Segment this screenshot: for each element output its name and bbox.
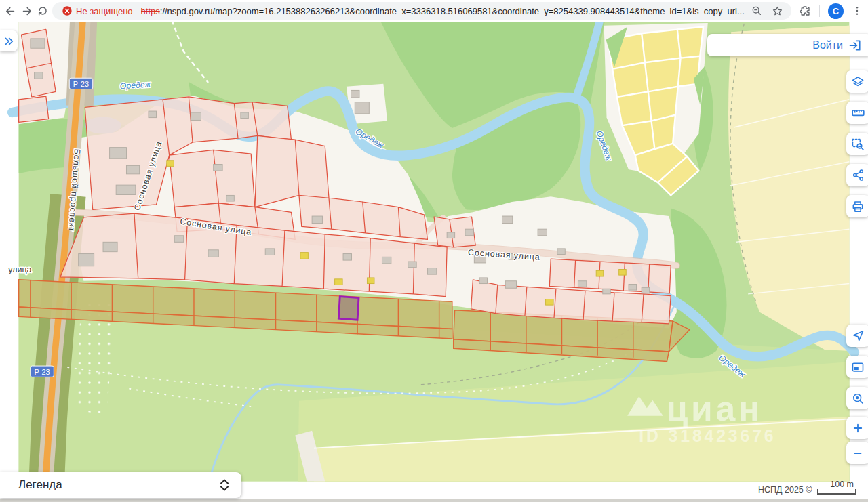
address-bar[interactable]: Не защищено https://nspd.gov.ru/map?zoom… bbox=[52, 2, 791, 20]
bottom-edge-strip bbox=[0, 499, 868, 502]
menu-kebab-icon[interactable] bbox=[852, 5, 863, 16]
area-select-button[interactable] bbox=[846, 133, 868, 155]
svg-text:Р-23: Р-23 bbox=[34, 368, 50, 376]
street-ulitsa-label: улица bbox=[8, 265, 31, 274]
share-icon bbox=[852, 169, 865, 182]
search-location-button[interactable] bbox=[846, 387, 868, 409]
reload-icon[interactable] bbox=[35, 3, 50, 18]
selected-parcel[interactable] bbox=[338, 297, 359, 320]
double-chevron-right-icon bbox=[3, 36, 15, 47]
ruler-icon bbox=[851, 106, 865, 120]
browser-toolbar: Не защищено https://nspd.gov.ru/map?zoom… bbox=[0, 0, 868, 22]
road-badge-p23-bottom: Р-23 bbox=[31, 366, 54, 377]
watermark-brand: циан bbox=[667, 389, 764, 428]
scale-bar: 100 m bbox=[817, 480, 856, 495]
measure-button[interactable] bbox=[846, 102, 868, 124]
locate-button[interactable] bbox=[846, 325, 868, 347]
map-attribution: НСПД 2025 © bbox=[758, 485, 812, 495]
url-rest: ://nspd.gov.ru/map?zoom=16.2153882632662… bbox=[160, 6, 745, 16]
extensions-icon[interactable] bbox=[799, 5, 811, 17]
page-zoom-icon[interactable] bbox=[751, 5, 762, 16]
minimap-button[interactable] bbox=[846, 356, 868, 378]
expand-panel-button[interactable] bbox=[0, 30, 18, 51]
error-icon bbox=[62, 5, 73, 16]
security-badge[interactable]: Не защищено bbox=[62, 5, 133, 16]
legend-bar[interactable]: Легенда bbox=[0, 472, 241, 498]
scale-label: 100 m bbox=[817, 480, 856, 489]
layers-button[interactable] bbox=[846, 70, 868, 93]
url-text: https://nspd.gov.ru/map?zoom=16.21538826… bbox=[141, 6, 751, 16]
scale-line bbox=[817, 489, 856, 495]
url-protocol: https bbox=[141, 6, 160, 16]
plus-icon bbox=[852, 422, 864, 434]
profile-avatar[interactable]: C bbox=[828, 3, 844, 19]
bookmark-star-icon[interactable] bbox=[772, 5, 783, 17]
login-icon bbox=[848, 39, 862, 52]
road-badge-p23-top: Р-23 bbox=[69, 78, 92, 89]
watermark-id: ID 318423676 bbox=[639, 426, 776, 445]
security-label: Не защищено bbox=[76, 6, 133, 16]
minus-icon bbox=[852, 447, 864, 459]
search-location-icon bbox=[851, 392, 865, 405]
zoom-out-button[interactable] bbox=[846, 442, 868, 464]
print-button[interactable] bbox=[846, 195, 868, 217]
share-button[interactable] bbox=[846, 164, 868, 186]
select-search-icon bbox=[851, 138, 865, 151]
legend-collapse-icon[interactable] bbox=[220, 479, 229, 491]
layers-icon bbox=[851, 75, 865, 89]
print-icon bbox=[851, 200, 865, 213]
forward-icon[interactable] bbox=[19, 3, 34, 18]
svg-text:Р-23: Р-23 bbox=[73, 80, 89, 88]
login-bar[interactable]: Войти bbox=[707, 34, 868, 56]
back-icon[interactable] bbox=[3, 3, 18, 18]
minimap-icon bbox=[851, 360, 865, 374]
zoom-in-button[interactable] bbox=[846, 417, 868, 439]
map-canvas[interactable]: Р-23 Р-23 Оредеж Оредеж Оредеж Оредеж Бо… bbox=[0, 22, 868, 502]
toolbar-divider bbox=[819, 5, 820, 17]
locate-icon bbox=[852, 329, 865, 342]
legend-label: Легенда bbox=[18, 478, 220, 492]
login-label: Войти bbox=[812, 39, 843, 51]
